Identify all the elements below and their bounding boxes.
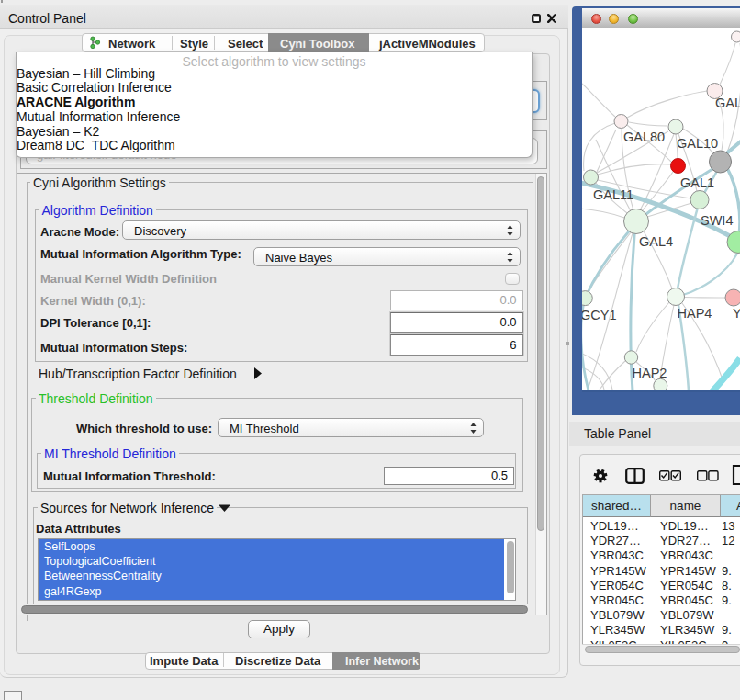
svg-text:GAL2: GAL2: [715, 96, 740, 110]
svg-text:SWI4: SWI4: [701, 213, 733, 228]
svg-text:GAL1: GAL1: [680, 175, 714, 190]
svg-text:GAL80: GAL80: [623, 130, 665, 144]
svg-text:GAL11: GAL11: [593, 187, 633, 202]
svg-text:HAP4: HAP4: [678, 306, 712, 321]
svg-text:GCY1: GCY1: [582, 308, 617, 322]
svg-text:GAL4: GAL4: [639, 234, 673, 249]
svg-text:HAP2: HAP2: [633, 366, 667, 380]
svg-text:YBR: YBR: [733, 306, 740, 321]
svg-text:GAL10: GAL10: [677, 136, 718, 151]
